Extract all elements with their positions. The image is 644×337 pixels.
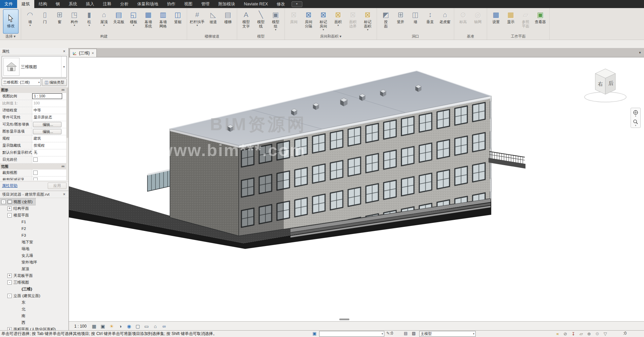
tree-item[interactable]: 女儿墙: [0, 252, 36, 259]
zoom-button[interactable]: ▾: [632, 118, 639, 127]
ribbon-button[interactable]: ⊠ 标记面积▾: [360, 9, 375, 31]
ribbon-button[interactable]: ◺ 坡道: [206, 9, 220, 25]
ribbon-button[interactable]: ▮ 柱▾: [82, 9, 96, 27]
tree-item[interactable]: F3: [0, 232, 29, 239]
tree-item[interactable]: 西: [0, 319, 28, 326]
ribbon-tab[interactable]: 系统: [65, 0, 82, 8]
ribbon-tab[interactable]: 分析: [116, 0, 133, 8]
workset-select[interactable]: ▾: [319, 331, 384, 337]
tree-item[interactable]: - 三维视图: [0, 279, 32, 286]
tree-expand-icon[interactable]: -: [1, 200, 6, 204]
ribbon-button[interactable]: ▤ 天花板: [112, 9, 126, 25]
ribbon-button[interactable]: ▦ 显示: [504, 9, 518, 25]
ribbon-tab[interactable]: Naviate REX: [240, 0, 272, 8]
tree-expand-icon[interactable]: +: [7, 274, 12, 278]
ribbon-tab[interactable]: 管理: [197, 0, 214, 8]
ribbon-button[interactable]: ◫ 墙: [408, 9, 423, 25]
navigation-wheel-button[interactable]: ▾: [632, 109, 639, 117]
apply-button[interactable]: 应用: [48, 183, 67, 189]
tree-expand-icon[interactable]: -: [7, 213, 12, 218]
chevron-down-icon[interactable]: ▾: [61, 56, 67, 77]
ribbon-button[interactable]: ◱ 楼板▾: [126, 9, 141, 27]
editing-requests-icon[interactable]: ✎:0: [386, 331, 393, 336]
ribbon-tab[interactable]: 结构: [34, 0, 51, 8]
ribbon-button[interactable]: ⊠ 房间分隔: [301, 9, 316, 29]
status-toggle-icon[interactable]: ⚙: [595, 331, 599, 336]
tree-item[interactable]: F2: [0, 225, 29, 232]
ribbon-button[interactable]: ⊠ 面积▾: [331, 9, 345, 27]
viewbar-icon[interactable]: ⌂: [153, 324, 158, 329]
tree-item[interactable]: 屋顶: [0, 266, 32, 272]
viewbar-icon[interactable]: ∞: [161, 324, 167, 329]
status-toggle-icon[interactable]: ⊕: [587, 331, 591, 336]
drawing-area[interactable]: BIM资源网 www.bim***.com 右 后 ▾ ▾: [69, 57, 644, 321]
view-tab-3d[interactable]: {三维} ×: [70, 49, 97, 57]
ribbon-button[interactable]: ◫ 竖梃: [171, 9, 185, 25]
properties-help-link[interactable]: 属性帮助: [2, 183, 17, 188]
ribbon-button[interactable]: ╲ 模型线: [254, 9, 268, 29]
close-icon[interactable]: ×: [92, 51, 94, 55]
status-toggle-icon[interactable]: ⊘: [563, 331, 567, 336]
horizontal-scrollbar[interactable]: [339, 319, 349, 320]
tree-item[interactable]: 南: [0, 312, 28, 319]
viewbar-icon[interactable]: ▢: [135, 324, 141, 329]
ribbon-tab[interactable]: 视图: [180, 0, 197, 8]
type-selector[interactable]: 三维视图 ▾: [2, 56, 67, 78]
viewbar-icon[interactable]: ◉: [126, 324, 132, 329]
ribbon-tab[interactable]: 插入: [82, 0, 99, 8]
ribbon-tab[interactable]: 体量和场地: [133, 0, 163, 8]
tree-expand-icon[interactable]: -: [7, 280, 12, 285]
view-scale-button[interactable]: 1 : 100: [72, 324, 89, 329]
ribbon-state-toggle[interactable]: ▾: [292, 1, 302, 7]
modify-button[interactable]: 修改: [3, 9, 18, 34]
ribbon-tab[interactable]: 建筑: [17, 0, 34, 8]
group-label-room-area[interactable]: 房间和面积 ▾: [287, 34, 375, 40]
close-icon[interactable]: ×: [62, 49, 67, 54]
ribbon-tab[interactable]: 钢: [51, 0, 65, 8]
select-group-label[interactable]: 选择 ▾: [2, 34, 19, 40]
ribbon-button[interactable]: ⊠ 标记房间▾: [316, 9, 331, 31]
viewbar-icon[interactable]: ◑: [118, 324, 123, 329]
worksharing-display-icon[interactable]: ▤: [404, 331, 407, 336]
status-toggle-icon[interactable]: ▽: [604, 331, 607, 336]
ribbon-button[interactable]: ◳ 构件▾: [67, 9, 82, 27]
ribbon-button[interactable]: ◠ 墙▾: [23, 9, 37, 27]
viewbar-icon[interactable]: ▦: [91, 324, 97, 329]
viewbar-icon[interactable]: ☀: [109, 324, 115, 329]
ribbon-tab[interactable]: 附加模块: [214, 0, 240, 8]
tree-item[interactable]: - 视图 (全部): [0, 198, 35, 205]
tree-item[interactable]: - 立面 (建筑立面): [0, 292, 43, 299]
ribbon-button[interactable]: ⊠ 房间: [287, 9, 301, 25]
tree-item[interactable]: 室外地坪: [0, 259, 40, 266]
tree-item[interactable]: 北: [0, 306, 28, 312]
status-toggle-icon[interactable]: ∝: [556, 331, 559, 336]
view-tab-list-button[interactable]: ▼: [637, 51, 643, 54]
instance-filter-select[interactable]: 三维视图: {三维} ▾: [2, 79, 41, 86]
ribbon-button[interactable]: ⊙ 标高: [456, 9, 470, 25]
ribbon-button[interactable]: ▦ 设置: [489, 9, 503, 25]
worksets-icon[interactable]: ▣: [312, 331, 316, 336]
ribbon-button[interactable]: ⊞ 竖井: [393, 9, 408, 25]
ribbon-tab[interactable]: 文件: [0, 0, 17, 8]
ribbon-tab[interactable]: 修改: [272, 0, 290, 8]
tree-item[interactable]: {三维}: [0, 286, 35, 292]
ribbon-button[interactable]: ⌂ 屋顶▾: [97, 9, 111, 27]
edit-type-button[interactable]: ◫ 编辑类型: [42, 79, 67, 86]
ribbon-tab[interactable]: 协作: [163, 0, 180, 8]
viewcube[interactable]: 右 后: [580, 63, 631, 105]
ribbon-button[interactable]: # 栏杆扶手▾: [189, 9, 206, 27]
editable-only-icon[interactable]: ▨: [412, 331, 416, 336]
tree-item[interactable]: + 结构平面: [0, 205, 32, 212]
ribbon-button[interactable]: ⊞ 窗: [52, 9, 67, 25]
tree-item[interactable]: 东: [0, 299, 28, 306]
ribbon-button[interactable]: ▣ 模型组▾: [268, 9, 283, 31]
design-option-select[interactable]: 主模型▾: [419, 331, 476, 337]
ribbon-button[interactable]: ⌂ 老虎窗: [438, 9, 452, 25]
section-header-graphics[interactable]: 图形∧∧: [0, 87, 66, 93]
tree-item[interactable]: 场地: [0, 245, 32, 252]
viewbar-icon[interactable]: ▭: [144, 324, 149, 329]
ribbon-button[interactable]: ◩ 按面: [379, 9, 393, 29]
ribbon-button[interactable]: ▦ 幕墙系统: [141, 9, 156, 29]
ribbon-button[interactable]: ↕ 垂直: [423, 9, 437, 25]
properties-scrollbar[interactable]: [66, 87, 69, 180]
